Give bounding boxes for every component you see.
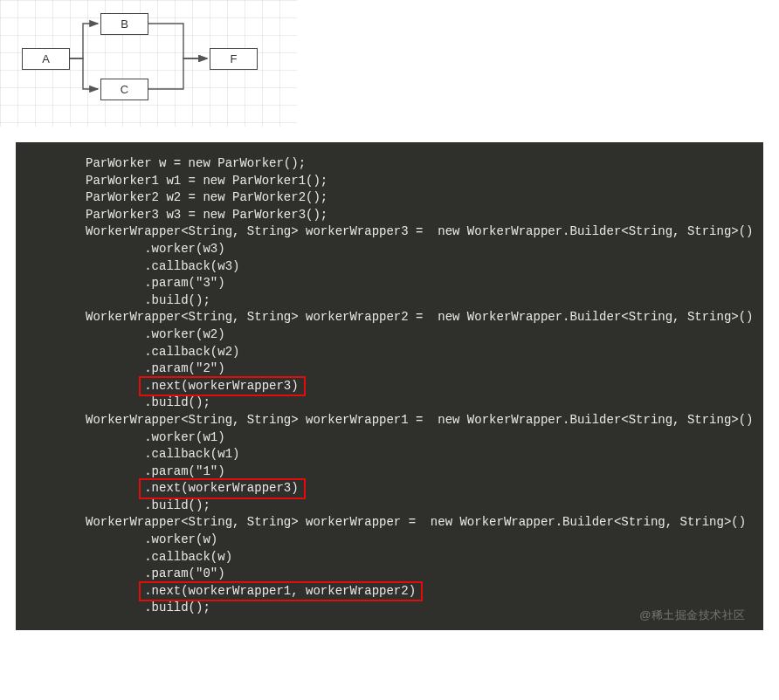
node-c: C	[100, 79, 148, 100]
code-line: WorkerWrapper<String, String> workerWrap…	[86, 412, 741, 429]
code-line: .callback(w2)	[86, 344, 741, 361]
code-line: .worker(w2)	[86, 326, 741, 344]
code-line: .build();	[86, 292, 741, 310]
node-a: A	[22, 48, 70, 70]
code-line: ParWorker w = new ParWorker();	[86, 155, 741, 173]
code-line: .callback(w1)	[86, 446, 741, 463]
code-line: ParWorker3 w3 = new ParWorker3();	[86, 207, 741, 224]
code-line: .param("2")	[86, 360, 741, 378]
code-line: .param("1")	[86, 463, 741, 481]
code-line: .build();	[86, 600, 741, 617]
code-line: .worker(w)	[86, 532, 741, 549]
code-pre: ParWorker w = new ParWorker();ParWorker1…	[16, 155, 763, 617]
code-line: .param("3")	[86, 275, 741, 292]
page-root: A B C F ParWorker w = new ParWorker();Pa…	[0, 0, 779, 630]
code-line: WorkerWrapper<String, String> workerWrap…	[86, 223, 741, 241]
code-line-highlighted: .next(workerWrapper1, workerWrapper2)	[86, 583, 741, 600]
flow-diagram: A B C F	[0, 0, 297, 127]
node-b: B	[100, 13, 148, 35]
code-line: .callback(w3)	[86, 258, 741, 276]
code-line: ParWorker1 w1 = new ParWorker1();	[86, 173, 741, 190]
code-line-highlighted: .next(workerWrapper3)	[86, 378, 741, 395]
code-line: ParWorker2 w2 = new ParWorker2();	[86, 189, 741, 207]
code-line: .worker(w1)	[86, 429, 741, 447]
code-line-highlighted: .next(workerWrapper3)	[86, 480, 741, 498]
code-block: ParWorker w = new ParWorker();ParWorker1…	[16, 142, 763, 630]
code-line: .build();	[86, 395, 741, 412]
code-line: WorkerWrapper<String, String> workerWrap…	[86, 514, 741, 532]
code-line: .param("0")	[86, 566, 741, 583]
code-line: WorkerWrapper<String, String> workerWrap…	[86, 309, 741, 326]
node-f: F	[210, 48, 258, 70]
code-line: .worker(w3)	[86, 241, 741, 258]
code-line: .callback(w)	[86, 549, 741, 566]
code-line: .build();	[86, 498, 741, 515]
